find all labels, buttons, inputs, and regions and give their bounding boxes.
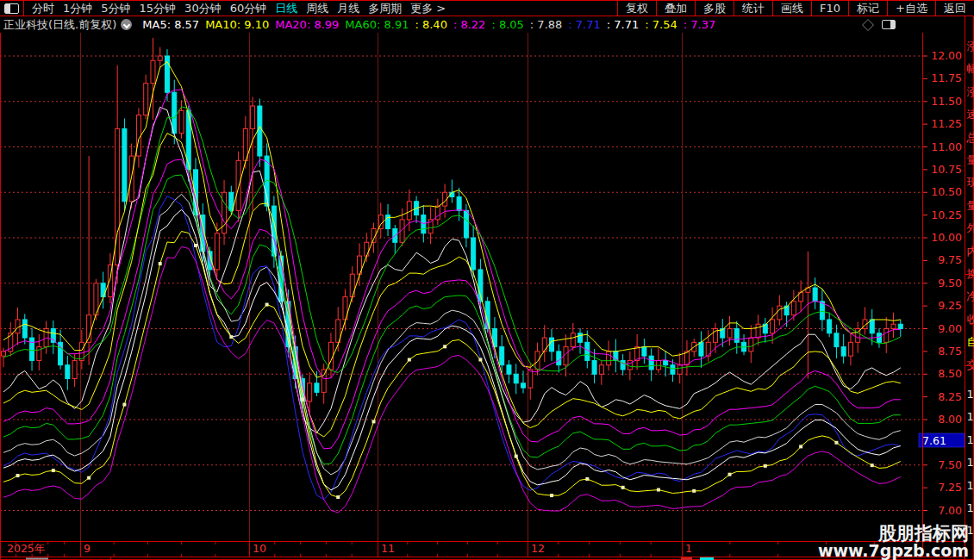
svg-text:8.75: 8.75 — [938, 345, 962, 358]
svg-text:10: 10 — [253, 542, 266, 555]
ma-value-2: MA20: 8.99 — [275, 18, 339, 31]
ma-value-8: : 7.71 — [568, 18, 600, 31]
split-pane-icon — [4, 3, 19, 14]
ma-value-10: : 7.54 — [645, 18, 677, 31]
svg-text:净: 净 — [967, 289, 974, 302]
symbol-title: 正业科技(日线.前复权) — [3, 17, 116, 33]
button-画线[interactable]: 画线 — [772, 1, 811, 16]
svg-text:7.00: 7.00 — [938, 504, 962, 517]
pane-toggle-icon[interactable] — [882, 20, 896, 29]
ma-value-0: MA5: 8.57 — [142, 18, 199, 31]
svg-text:11.00: 11.00 — [931, 140, 962, 153]
svg-text:8.25: 8.25 — [938, 390, 962, 403]
svg-text:2025年: 2025年 — [7, 542, 45, 555]
svg-text:10.00: 10.00 — [931, 231, 962, 244]
svg-text:11.50: 11.50 — [931, 95, 962, 108]
svg-text:1: 1 — [967, 501, 974, 514]
ma-value-1: MA10: 9.10 — [205, 18, 269, 31]
svg-text:换: 换 — [966, 267, 974, 280]
tab-15分钟[interactable]: 15分钟 — [135, 1, 181, 16]
svg-text:外: 外 — [966, 221, 974, 234]
svg-text:11.25: 11.25 — [931, 117, 962, 130]
svg-text:9: 9 — [84, 542, 91, 555]
tab-日线[interactable]: 日线 — [271, 1, 302, 16]
tab-周线[interactable]: 周线 — [302, 1, 333, 16]
svg-text:量: 量 — [967, 153, 974, 166]
ma-value-9: : 7.71 — [607, 18, 639, 31]
ma-value-3: MA60: 8.91 — [345, 18, 409, 31]
svg-text:9.25: 9.25 — [938, 299, 962, 312]
svg-text:10.50: 10.50 — [931, 185, 962, 198]
main-chart[interactable]: 7.007.257.507.758.008.258.508.759.009.25… — [0, 0, 974, 560]
stock-chart-window: 分时1分钟5分钟15分钟30分钟60分钟日线周线月线多周期更多 > 复权叠加多股… — [0, 0, 974, 560]
button-返回[interactable]: 返回 — [935, 1, 974, 16]
tab-30分钟[interactable]: 30分钟 — [180, 1, 226, 16]
tab-60分钟[interactable]: 60分钟 — [226, 1, 272, 16]
svg-text:1: 1 — [967, 479, 974, 492]
svg-text:1: 1 — [967, 388, 974, 401]
button-标记[interactable]: 标记 — [848, 1, 887, 16]
ma-value-4: : 8.40 — [415, 18, 446, 31]
svg-text:1: 1 — [967, 410, 974, 423]
svg-text:12: 12 — [531, 542, 545, 555]
svg-text:7.61: 7.61 — [922, 434, 946, 447]
button-F10[interactable]: F10 — [811, 1, 848, 16]
indicator-info-bar: 正业科技(日线.前复权) MA5: 8.57MA10: 9.10MA20: 8.… — [0, 16, 919, 33]
svg-text:7.50: 7.50 — [938, 458, 962, 471]
svg-text:10.25: 10.25 — [931, 208, 962, 221]
ma-value-7: : 7.88 — [530, 18, 562, 31]
svg-text:9.75: 9.75 — [938, 253, 962, 266]
toolbar-buttons: 复权叠加多股统计画线F10标记+自选返回 — [617, 1, 974, 16]
svg-text:1: 1 — [967, 456, 974, 469]
svg-text:收: 收 — [967, 313, 974, 326]
button-多股[interactable]: 多股 — [695, 1, 734, 16]
ma-value-5: : 8.22 — [453, 18, 485, 31]
svg-text:11: 11 — [381, 542, 395, 555]
svg-text:交: 交 — [967, 358, 974, 371]
ma-value-6: : 8.05 — [491, 18, 523, 31]
button-复权[interactable]: 复权 — [617, 1, 656, 16]
svg-text:现: 现 — [966, 176, 974, 189]
tab-5分钟[interactable]: 5分钟 — [97, 1, 134, 16]
ma-value-11: : 7.37 — [684, 18, 715, 31]
ma-value-list: MA5: 8.57MA10: 9.10MA20: 8.99MA60: 8.91:… — [136, 18, 715, 31]
svg-text:1: 1 — [685, 542, 692, 555]
tab-更多 >[interactable]: 更多 > — [406, 1, 450, 16]
button-+自选[interactable]: +自选 — [887, 1, 935, 16]
svg-text:内: 内 — [967, 245, 974, 258]
info-bar-icons — [858, 16, 900, 33]
watermark-line2: www.7gpzb.com — [818, 541, 969, 560]
button-叠加[interactable]: 叠加 — [656, 1, 695, 16]
svg-text:10.75: 10.75 — [931, 163, 962, 176]
tab-1分钟[interactable]: 1分钟 — [59, 1, 97, 16]
svg-text:量: 量 — [967, 199, 974, 212]
svg-text:7.25: 7.25 — [938, 481, 962, 494]
layout-toggle-button[interactable] — [0, 1, 24, 16]
svg-text:1: 1 — [967, 433, 974, 446]
svg-text:速: 速 — [967, 108, 974, 121]
svg-text:总: 总 — [966, 131, 974, 144]
svg-text:8.00: 8.00 — [938, 413, 962, 426]
svg-text:幅: 幅 — [967, 62, 974, 75]
svg-text:11.75: 11.75 — [931, 72, 962, 84]
tab-分时[interactable]: 分时 — [28, 1, 59, 16]
period-toolbar: 分时1分钟5分钟15分钟30分钟60分钟日线周线月线多周期更多 > 复权叠加多股… — [0, 0, 974, 16]
svg-text:涨: 涨 — [967, 85, 974, 98]
svg-text:9.50: 9.50 — [938, 277, 962, 289]
button-统计[interactable]: 统计 — [734, 1, 772, 16]
tab-多周期[interactable]: 多周期 — [364, 1, 406, 16]
chevron-down-icon[interactable] — [121, 19, 132, 30]
period-tabs: 分时1分钟5分钟15分钟30分钟60分钟日线周线月线多周期更多 > — [28, 1, 450, 16]
diamond-icon[interactable] — [862, 19, 874, 31]
svg-text:8.50: 8.50 — [938, 367, 962, 380]
svg-text:自: 自 — [967, 335, 974, 348]
svg-text:9.00: 9.00 — [938, 322, 962, 335]
tab-月线[interactable]: 月线 — [333, 1, 364, 16]
svg-text:12.00: 12.00 — [931, 49, 962, 62]
svg-text:涨: 涨 — [967, 40, 974, 53]
